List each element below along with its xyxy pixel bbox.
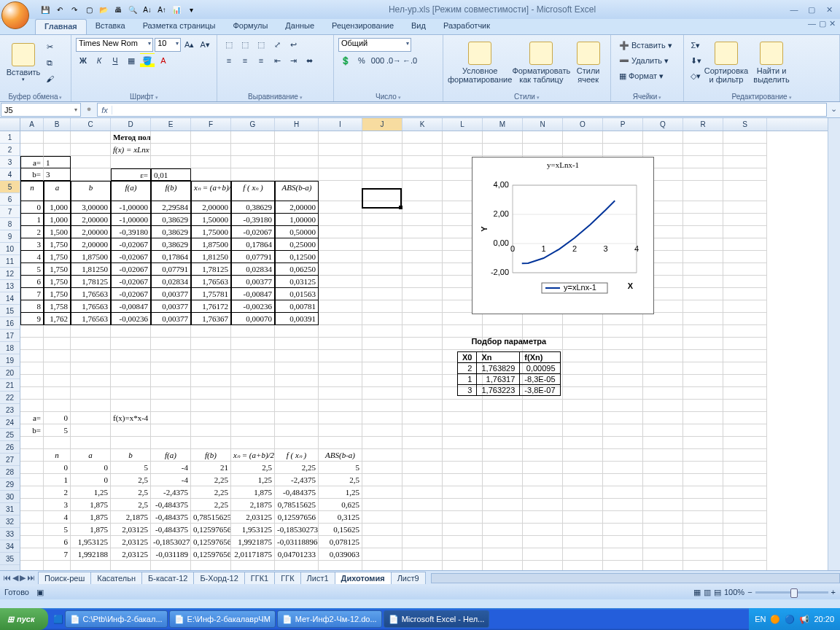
cell[interactable]: 2,00000 xyxy=(71,226,111,238)
cell[interactable] xyxy=(319,226,362,238)
cell[interactable] xyxy=(402,548,443,561)
cell[interactable]: 4 xyxy=(44,511,71,524)
cell[interactable] xyxy=(362,288,402,300)
cell[interactable]: -2,4375 xyxy=(151,486,191,499)
cell[interactable] xyxy=(643,548,683,561)
cell[interactable] xyxy=(151,156,191,168)
cell[interactable]: 3 xyxy=(44,168,71,181)
tab-view[interactable]: Вид xyxy=(402,19,435,34)
cell[interactable]: 0,00070 xyxy=(231,313,275,325)
name-box[interactable]: J5▾ xyxy=(1,103,81,117)
cell[interactable] xyxy=(443,412,483,424)
cell[interactable] xyxy=(319,437,362,449)
cell[interactable] xyxy=(111,561,151,570)
cell[interactable] xyxy=(20,449,44,462)
cell[interactable] xyxy=(191,350,231,362)
row-header[interactable]: 21 xyxy=(0,379,20,392)
row-header[interactable]: 31 xyxy=(0,503,20,516)
cell[interactable]: 1,25 xyxy=(319,486,362,499)
cell[interactable]: f(b) xyxy=(151,181,191,201)
cell[interactable] xyxy=(563,362,603,375)
cell[interactable]: 1,76563 xyxy=(71,288,111,300)
cell[interactable] xyxy=(603,338,643,350)
cell[interactable] xyxy=(643,449,683,462)
cell[interactable] xyxy=(362,338,402,350)
cell[interactable] xyxy=(563,313,603,325)
cut-button[interactable]: ✂ xyxy=(42,39,57,54)
cell[interactable] xyxy=(643,524,683,536)
cell[interactable]: 0,04701233 xyxy=(275,548,319,561)
cell[interactable] xyxy=(191,424,231,437)
chart-icon[interactable]: 📊 xyxy=(171,4,182,15)
cell[interactable] xyxy=(723,181,767,201)
cell[interactable] xyxy=(319,313,362,325)
cell[interactable] xyxy=(319,238,362,251)
cell[interactable] xyxy=(275,325,319,338)
cell[interactable] xyxy=(362,499,402,511)
cell[interactable] xyxy=(319,131,362,144)
cell[interactable] xyxy=(362,276,402,288)
cell[interactable] xyxy=(20,474,44,486)
cell[interactable] xyxy=(191,168,231,181)
cell[interactable]: -0,02067 xyxy=(231,226,275,238)
row-header[interactable]: 5 xyxy=(0,181,20,193)
cell[interactable] xyxy=(523,424,563,437)
sheet-tab[interactable]: Лист9 xyxy=(391,572,426,584)
cell[interactable] xyxy=(483,449,523,462)
start-button[interactable]: ⊞пуск xyxy=(0,608,48,630)
cell[interactable] xyxy=(191,437,231,449)
cell[interactable] xyxy=(643,375,683,387)
cell[interactable] xyxy=(603,400,643,412)
cell[interactable] xyxy=(643,144,683,156)
sort-desc-icon[interactable]: A↑ xyxy=(156,4,168,15)
cell[interactable] xyxy=(683,251,723,263)
col-header-B[interactable]: B xyxy=(44,118,71,131)
cell[interactable] xyxy=(603,449,643,462)
col-header-H[interactable]: H xyxy=(275,118,319,131)
row-header[interactable]: 18 xyxy=(0,342,20,354)
clock[interactable]: 20:20 xyxy=(814,615,834,623)
cell[interactable] xyxy=(151,362,191,375)
horizontal-scrollbar[interactable] xyxy=(431,573,840,583)
cell[interactable] xyxy=(683,536,723,548)
cell[interactable] xyxy=(20,486,44,499)
cell[interactable] xyxy=(563,131,603,144)
cell[interactable] xyxy=(683,424,723,437)
cell[interactable]: -0,39180 xyxy=(111,226,151,238)
bold-button[interactable]: Ж xyxy=(76,53,90,68)
cell[interactable]: 2,25 xyxy=(191,474,231,486)
cell[interactable] xyxy=(402,263,443,276)
cell[interactable] xyxy=(443,474,483,486)
cell[interactable]: -0,1853027 xyxy=(151,536,191,548)
cell[interactable]: 0,125976563 xyxy=(191,548,231,561)
cell[interactable]: 0,00781 xyxy=(275,300,319,313)
cell[interactable] xyxy=(20,536,44,548)
cell[interactable] xyxy=(683,387,723,400)
cell[interactable] xyxy=(523,548,563,561)
cell[interactable] xyxy=(111,400,151,412)
cell[interactable]: 0,02834 xyxy=(231,263,275,276)
cell[interactable]: a xyxy=(44,181,71,201)
fill-button[interactable]: ⬇▾ xyxy=(688,53,703,68)
cell[interactable] xyxy=(723,263,767,276)
cell[interactable]: -4 xyxy=(151,474,191,486)
cell[interactable]: n xyxy=(20,181,44,201)
formula-input[interactable] xyxy=(112,106,826,114)
align-left-button[interactable]: ≡ xyxy=(222,53,236,68)
cell[interactable]: 2,5 xyxy=(111,486,151,499)
cell[interactable]: 1,875 xyxy=(231,486,275,499)
cell[interactable] xyxy=(443,462,483,474)
cell[interactable] xyxy=(275,437,319,449)
cell[interactable]: -1,00000 xyxy=(111,214,151,226)
row-header[interactable]: 7 xyxy=(0,206,20,218)
cell[interactable] xyxy=(191,400,231,412)
cell[interactable] xyxy=(191,131,231,144)
cell[interactable]: 1,875 xyxy=(71,499,111,511)
cell[interactable] xyxy=(44,131,71,144)
cell[interactable] xyxy=(362,424,402,437)
cell[interactable] xyxy=(563,524,603,536)
cell[interactable] xyxy=(643,462,683,474)
cell[interactable] xyxy=(402,561,443,570)
cell[interactable] xyxy=(483,424,523,437)
cell[interactable] xyxy=(402,387,443,400)
